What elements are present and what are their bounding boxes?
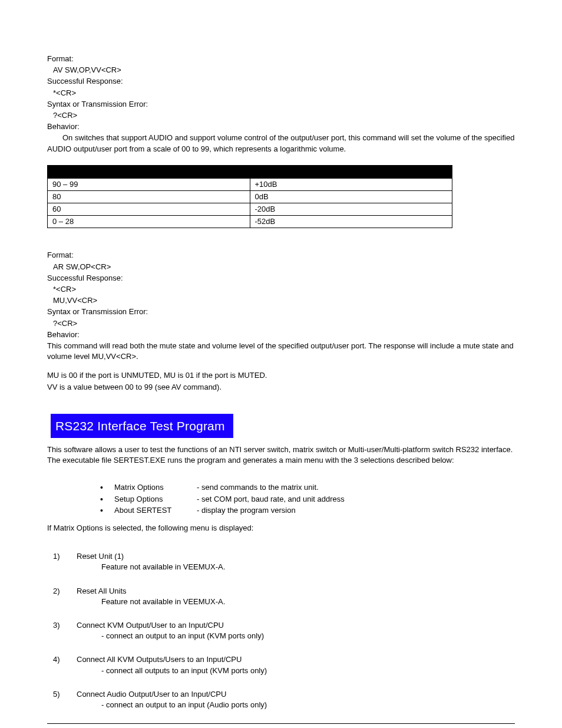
- table-row: 60 -20dB: [48, 203, 452, 216]
- menu-desc: - set COM port, baud rate, and unit addr…: [197, 494, 345, 505]
- menu-desc: - send commands to the matrix unit.: [197, 482, 319, 493]
- behavior-text: This command will read both the mute sta…: [47, 341, 515, 362]
- format-line: AR SW,OP<CR>: [47, 262, 515, 272]
- list-item: 5) Connect Audio Output/User to an Input…: [53, 689, 515, 710]
- vv-line: VV is a value between 00 to 99 (see AV c…: [47, 382, 515, 393]
- list-title: Connect Audio Output/User to an Input/CP…: [77, 689, 515, 700]
- list-item: 4) Connect All KVM Outputs/Users to an I…: [53, 654, 515, 676]
- success-line: *<CR>: [47, 88, 515, 98]
- cell-a: 80: [48, 190, 250, 203]
- list-item: 1) Reset Unit (1) Feature not available …: [53, 551, 515, 572]
- success-line-2: MU,VV<CR>: [47, 295, 515, 306]
- list-num: 2): [53, 586, 71, 597]
- ar-command-section: Format: AR SW,OP<CR> Successful Response…: [47, 250, 515, 392]
- list-item: About SERTEST - display the program vers…: [100, 505, 515, 516]
- cell-b: -52dB: [250, 216, 452, 228]
- list-num: 3): [53, 620, 71, 631]
- mu-line: MU is 00 if the port is UNMUTED, MU is 0…: [47, 370, 515, 381]
- list-item: 2) Reset All Units Feature not available…: [53, 586, 515, 607]
- menu-desc: - display the program version: [197, 505, 296, 516]
- list-num: 1): [53, 551, 71, 562]
- error-line: ?<CR>: [47, 318, 515, 329]
- list-item: 3) Connect KVM Output/User to an Input/C…: [53, 620, 515, 641]
- list-title: Connect All KVM Outputs/Users to an Inpu…: [77, 654, 515, 665]
- list-sub: Feature not available in VEEMUX-A.: [77, 597, 515, 607]
- db-header-a: [48, 165, 250, 178]
- list-item: Setup Options - set COM port, baud rate,…: [100, 494, 515, 505]
- list-num: 4): [53, 654, 71, 665]
- db-header-b: [250, 165, 452, 178]
- main-menu-list: Matrix Options - send commands to the ma…: [100, 482, 515, 516]
- success-label: Successful Response:: [47, 76, 515, 87]
- cell-a: 90 – 99: [48, 178, 250, 190]
- list-sub: - connect all outputs to an input (KVM p…: [77, 666, 515, 676]
- rs232-intro: This software allows a user to test the …: [47, 444, 515, 466]
- table-row: 90 – 99 +10dB: [48, 178, 452, 190]
- cell-a: 0 – 28: [48, 216, 250, 228]
- menu-label: Setup Options: [114, 494, 197, 505]
- table-row: 0 – 28 -52dB: [48, 216, 452, 228]
- format-label: Format:: [47, 54, 515, 64]
- menu-label: Matrix Options: [114, 482, 197, 493]
- error-label: Syntax or Transmission Error:: [47, 307, 515, 317]
- success-line-1: *<CR>: [47, 284, 515, 295]
- list-title: Reset Unit (1): [77, 551, 515, 562]
- list-title: Reset All Units: [77, 586, 515, 597]
- av-command-section: Format: AV SW,OP,VV<CR> Successful Respo…: [47, 54, 515, 154]
- cell-b: +10dB: [250, 178, 452, 190]
- list-sub: - connect an output to an input (Audio p…: [77, 700, 515, 710]
- error-line: ?<CR>: [47, 110, 515, 121]
- list-title: Connect KVM Output/User to an Input/CPU: [77, 620, 515, 631]
- matrix-options-list: 1) Reset Unit (1) Feature not available …: [53, 551, 515, 710]
- cell-a: 60: [48, 203, 250, 216]
- menu-label: About SERTEST: [114, 505, 197, 516]
- behavior-label: Behavior:: [47, 121, 515, 132]
- list-sub: - connect an output to an input (KVM por…: [77, 631, 515, 641]
- format-label: Format:: [47, 250, 515, 261]
- behavior-text: On switches that support AUDIO and suppo…: [47, 133, 515, 154]
- list-num: 5): [53, 689, 71, 700]
- db-table: 90 – 99 +10dB 80 0dB 60 -20dB 0 – 28 -52…: [47, 165, 452, 229]
- footer-rule: [47, 723, 515, 724]
- cell-b: -20dB: [250, 203, 452, 216]
- table-row: 80 0dB: [48, 190, 452, 203]
- behavior-label: Behavior:: [47, 330, 515, 340]
- list-sub: Feature not available in VEEMUX-A.: [77, 562, 515, 572]
- list-item: Matrix Options - send commands to the ma…: [100, 482, 515, 493]
- success-label: Successful Response:: [47, 273, 515, 284]
- error-label: Syntax or Transmission Error:: [47, 99, 515, 110]
- cell-b: 0dB: [250, 190, 452, 203]
- rs232-heading: RS232 Interface Test Program: [51, 414, 233, 438]
- matrix-intro: If Matrix Options is selected, the follo…: [47, 523, 515, 533]
- format-line: AV SW,OP,VV<CR>: [47, 65, 515, 75]
